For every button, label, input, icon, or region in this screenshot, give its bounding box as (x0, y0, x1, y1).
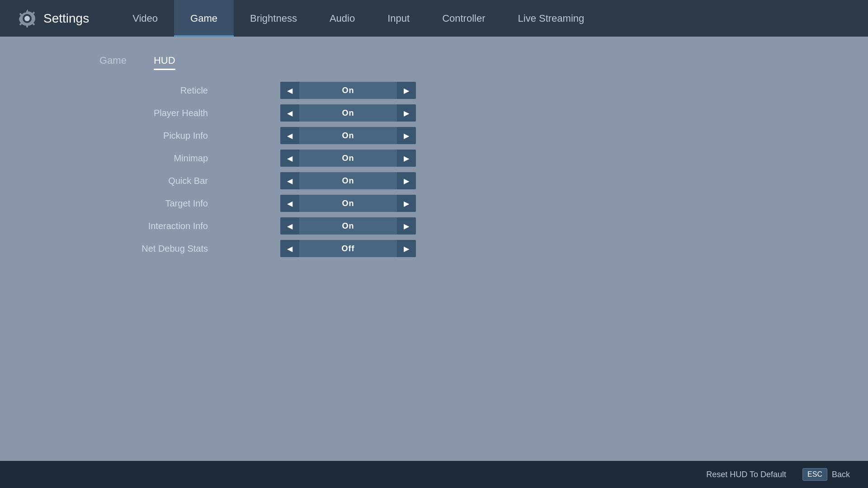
setting-label-quick-bar: Quick Bar (99, 176, 217, 186)
gear-icon (18, 9, 36, 28)
setting-label-pickup-info: Pickup Info (99, 131, 217, 141)
setting-label-interaction-info: Interaction Info (99, 221, 217, 231)
setting-row-minimap: Minimap ◀ On ▶ (99, 147, 416, 169)
nav-tab-controller[interactable]: Controller (426, 0, 501, 37)
target-info-prev-button[interactable]: ◀ (280, 195, 299, 212)
app-title: Settings (43, 11, 89, 26)
setting-row-player-health: Player Health ◀ On ▶ (99, 102, 416, 124)
setting-control-target-info: ◀ On ▶ (280, 195, 416, 212)
player-health-next-button[interactable]: ▶ (397, 104, 416, 122)
header: Settings Video Game Brightness Audio Inp… (0, 0, 868, 37)
bottom-bar: Reset HUD To Default ESC Back (0, 461, 868, 488)
sub-tab-hud[interactable]: HUD (154, 55, 175, 70)
nav-tab-game[interactable]: Game (174, 0, 234, 37)
reticle-prev-button[interactable]: ◀ (280, 82, 299, 99)
target-info-next-button[interactable]: ▶ (397, 195, 416, 212)
net-debug-stats-value: Off (299, 244, 397, 253)
setting-row-target-info: Target Info ◀ On ▶ (99, 192, 416, 215)
nav-tab-brightness[interactable]: Brightness (234, 0, 313, 37)
sub-tabs: Game HUD (99, 55, 868, 70)
main-content: Game HUD Reticle ◀ On ▶ Player Health ◀ … (0, 37, 868, 260)
sub-tab-game[interactable]: Game (99, 55, 127, 70)
app-title-area: Settings (18, 9, 89, 28)
net-debug-stats-next-button[interactable]: ▶ (397, 240, 416, 257)
minimap-next-button[interactable]: ▶ (397, 150, 416, 167)
esc-back-area: ESC Back (802, 468, 850, 481)
quick-bar-value: On (299, 176, 397, 186)
pickup-info-value: On (299, 131, 397, 141)
setting-row-quick-bar: Quick Bar ◀ On ▶ (99, 169, 416, 192)
setting-row-interaction-info: Interaction Info ◀ On ▶ (99, 215, 416, 237)
reticle-value: On (299, 86, 397, 95)
quick-bar-next-button[interactable]: ▶ (397, 172, 416, 189)
nav-tab-live-streaming[interactable]: Live Streaming (502, 0, 601, 37)
setting-label-net-debug-stats: Net Debug Stats (99, 244, 217, 254)
setting-row-pickup-info: Pickup Info ◀ On ▶ (99, 124, 416, 147)
interaction-info-prev-button[interactable]: ◀ (280, 217, 299, 235)
active-tab-indicator (154, 69, 175, 70)
player-health-prev-button[interactable]: ◀ (280, 104, 299, 122)
quick-bar-prev-button[interactable]: ◀ (280, 172, 299, 189)
setting-control-pickup-info: ◀ On ▶ (280, 127, 416, 144)
nav-tab-audio[interactable]: Audio (313, 0, 371, 37)
setting-label-target-info: Target Info (99, 198, 217, 209)
pickup-info-prev-button[interactable]: ◀ (280, 127, 299, 144)
reset-hud-button[interactable]: Reset HUD To Default (699, 466, 793, 483)
nav-tab-video[interactable]: Video (116, 0, 174, 37)
nav-tab-input[interactable]: Input (371, 0, 426, 37)
back-label: Back (832, 470, 850, 479)
setting-label-player-health: Player Health (99, 108, 217, 118)
reticle-next-button[interactable]: ▶ (397, 82, 416, 99)
pickup-info-next-button[interactable]: ▶ (397, 127, 416, 144)
minimap-prev-button[interactable]: ◀ (280, 150, 299, 167)
setting-control-interaction-info: ◀ On ▶ (280, 217, 416, 235)
interaction-info-next-button[interactable]: ▶ (397, 217, 416, 235)
target-info-value: On (299, 199, 397, 208)
setting-control-minimap: ◀ On ▶ (280, 150, 416, 167)
minimap-value: On (299, 154, 397, 163)
esc-key-badge: ESC (802, 468, 827, 481)
nav-tabs: Video Game Brightness Audio Input Contro… (116, 0, 600, 37)
svg-point-0 (24, 16, 30, 21)
setting-row-reticle: Reticle ◀ On ▶ (99, 79, 416, 102)
setting-control-net-debug-stats: ◀ Off ▶ (280, 240, 416, 257)
player-health-value: On (299, 108, 397, 118)
interaction-info-value: On (299, 221, 397, 231)
setting-label-minimap: Minimap (99, 153, 217, 164)
setting-control-player-health: ◀ On ▶ (280, 104, 416, 122)
setting-control-quick-bar: ◀ On ▶ (280, 172, 416, 189)
setting-control-reticle: ◀ On ▶ (280, 82, 416, 99)
setting-label-reticle: Reticle (99, 85, 217, 96)
settings-list: Reticle ◀ On ▶ Player Health ◀ On ▶ Pick… (99, 79, 416, 260)
net-debug-stats-prev-button[interactable]: ◀ (280, 240, 299, 257)
setting-row-net-debug-stats: Net Debug Stats ◀ Off ▶ (99, 237, 416, 260)
